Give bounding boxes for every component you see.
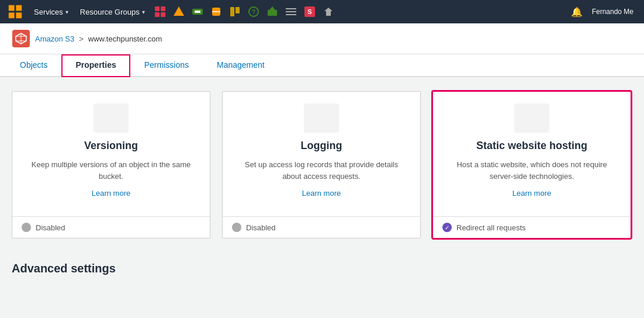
tabs-bar: Objects Properties Permissions Managemen… bbox=[0, 54, 644, 77]
svg-rect-1 bbox=[16, 5, 22, 11]
services-menu[interactable]: Services ▾ bbox=[29, 5, 73, 19]
nav-icon-10[interactable] bbox=[320, 4, 337, 20]
breadcrumb: Amazon S3 > www.techpunster.com bbox=[0, 23, 644, 54]
tab-permissions[interactable]: Permissions bbox=[130, 54, 203, 77]
breadcrumb-separator: > bbox=[79, 34, 84, 43]
logging-status-dot bbox=[232, 223, 241, 232]
logging-status-label: Disabled bbox=[246, 223, 276, 232]
logging-learn-more-link[interactable]: Learn more bbox=[234, 189, 408, 198]
versioning-card[interactable]: Versioning Keep multiple versions of an … bbox=[12, 91, 210, 238]
user-menu[interactable]: Fernando Me bbox=[587, 5, 638, 18]
svg-rect-17 bbox=[268, 10, 277, 16]
versioning-icon-placeholder bbox=[94, 103, 129, 133]
nav-icon-8[interactable] bbox=[283, 4, 299, 20]
versioning-status-dot bbox=[22, 223, 31, 232]
top-navigation: Services ▾ Resource Groups ▾ ? S 🔔 Ferna… bbox=[0, 0, 644, 23]
svg-marker-18 bbox=[269, 6, 275, 10]
static-website-status-dot: ✓ bbox=[442, 223, 452, 232]
logging-title: Logging bbox=[234, 140, 408, 152]
static-website-card[interactable]: Static website hosting Host a static web… bbox=[432, 91, 631, 238]
nav-icon-9[interactable]: S bbox=[302, 4, 318, 20]
nav-icon-6[interactable]: ? bbox=[245, 4, 262, 20]
tab-objects[interactable]: Objects bbox=[6, 54, 61, 77]
notifications-bell-icon[interactable]: 🔔 bbox=[569, 4, 585, 20]
svg-rect-2 bbox=[9, 12, 15, 18]
svg-rect-4 bbox=[155, 6, 160, 11]
svg-rect-0 bbox=[9, 5, 15, 11]
static-website-status-label: Redirect all requests bbox=[456, 223, 526, 232]
svg-text:S: S bbox=[307, 8, 311, 15]
nav-icon-1[interactable] bbox=[152, 4, 168, 20]
svg-rect-13 bbox=[230, 7, 234, 16]
breadcrumb-current-page: www.techpunster.com bbox=[88, 34, 162, 43]
versioning-learn-more-link[interactable]: Learn more bbox=[24, 189, 198, 198]
static-website-description: Host a static website, which does not re… bbox=[445, 159, 619, 182]
svg-rect-3 bbox=[16, 12, 22, 18]
versioning-status: Disabled bbox=[12, 217, 210, 238]
services-chevron-icon: ▾ bbox=[65, 9, 68, 15]
nav-icon-3[interactable] bbox=[189, 4, 206, 20]
static-website-title: Static website hosting bbox=[445, 140, 619, 152]
logging-icon-placeholder bbox=[304, 103, 339, 133]
nav-icon-4[interactable] bbox=[208, 4, 224, 20]
svg-rect-7 bbox=[161, 12, 165, 17]
property-cards-row: Versioning Keep multiple versions of an … bbox=[12, 91, 632, 238]
static-website-learn-more-link[interactable]: Learn more bbox=[445, 189, 619, 198]
svg-rect-6 bbox=[155, 12, 160, 17]
static-website-icon-placeholder bbox=[514, 103, 549, 133]
advanced-settings-title: Advanced settings bbox=[12, 257, 632, 285]
logging-description: Set up access log records that provide d… bbox=[234, 159, 408, 182]
svg-rect-14 bbox=[236, 7, 240, 13]
svg-rect-10 bbox=[195, 11, 200, 13]
resource-groups-chevron-icon: ▾ bbox=[142, 9, 145, 15]
logging-status: Disabled bbox=[223, 217, 420, 238]
nav-icon-2[interactable] bbox=[171, 4, 187, 20]
tab-properties[interactable]: Properties bbox=[61, 54, 130, 77]
main-content: Versioning Keep multiple versions of an … bbox=[0, 77, 644, 299]
versioning-description: Keep multiple versions of an object in t… bbox=[24, 159, 198, 182]
nav-icon-5[interactable] bbox=[227, 4, 243, 20]
logging-card[interactable]: Logging Set up access log records that p… bbox=[222, 91, 421, 238]
tab-management[interactable]: Management bbox=[203, 54, 279, 77]
nav-icon-7[interactable] bbox=[264, 4, 281, 20]
resource-groups-menu[interactable]: Resource Groups ▾ bbox=[75, 5, 150, 19]
versioning-status-label: Disabled bbox=[36, 223, 65, 232]
s3-logo bbox=[12, 29, 30, 48]
svg-marker-8 bbox=[174, 6, 184, 16]
aws-logo[interactable] bbox=[6, 2, 25, 21]
breadcrumb-service-link[interactable]: Amazon S3 bbox=[35, 34, 74, 43]
static-website-status: ✓ Redirect all requests bbox=[433, 217, 631, 238]
svg-text:?: ? bbox=[252, 9, 255, 15]
versioning-title: Versioning bbox=[24, 140, 198, 152]
svg-rect-5 bbox=[161, 6, 165, 11]
